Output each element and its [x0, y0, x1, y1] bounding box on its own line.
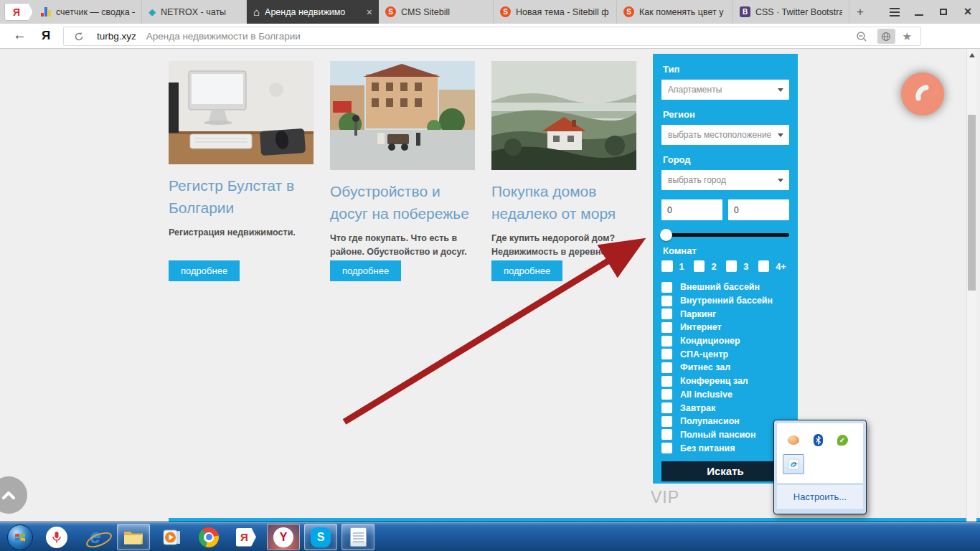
tab-kak-pomenyat[interactable]: S Как поменять цвет у с [617, 0, 733, 24]
taskbar-chrome[interactable] [192, 524, 225, 550]
price-min-input[interactable] [661, 199, 722, 220]
amenity-checkbox[interactable] [661, 429, 672, 440]
hidden-icons-grid: ✓ [777, 423, 863, 483]
details-button[interactable]: подробнее [169, 260, 240, 281]
restore-button[interactable] [931, 0, 956, 24]
search-button[interactable]: Искать [661, 461, 789, 481]
yandex-browser-home-button[interactable]: Я [4, 3, 33, 21]
amenity-checkbox[interactable] [661, 322, 672, 333]
slider-handle[interactable] [660, 229, 672, 241]
taskbar: e Я Y S [0, 522, 980, 551]
taskbar-yandex-browser[interactable]: Y [267, 524, 300, 550]
amenity-checkbox[interactable] [661, 376, 672, 387]
tab-netrox[interactable]: ◆ NETROX - чаты [142, 0, 247, 24]
taskbar-notepad[interactable] [341, 524, 374, 550]
taskbar-skype[interactable]: S [304, 524, 337, 550]
tray-hidden-icon-bird[interactable] [783, 454, 804, 474]
back-button[interactable]: ← [13, 27, 27, 43]
amenity-checkbox[interactable] [661, 309, 672, 319]
start-button[interactable] [4, 524, 37, 550]
customize-link[interactable]: Настроить... [793, 491, 847, 502]
amenity-checkbox[interactable] [661, 362, 672, 373]
city-select[interactable]: выбрать город [661, 170, 789, 190]
taskbar-internet-explorer[interactable]: e [79, 524, 112, 550]
close-button[interactable]: × [956, 0, 980, 24]
tab-cms-sitebill[interactable]: S CMS Sitebill [379, 0, 494, 24]
tray-hidden-icon-1[interactable] [783, 430, 804, 450]
slider-track[interactable] [661, 233, 789, 237]
amenity-label: Кондиционер [680, 336, 740, 346]
zoom-out-icon[interactable] [856, 31, 867, 42]
room-2-label: 2 [711, 261, 716, 272]
tab-close-icon[interactable]: × [364, 6, 372, 18]
details-button[interactable]: подробнее [330, 260, 401, 281]
scrollbar-up-arrow[interactable] [969, 53, 975, 57]
tab-arenda-active[interactable]: ⌂ Аренда недвижимо × [247, 0, 379, 24]
card-obustroystvo: Обустройство и досуг на побережье Что гд… [330, 61, 475, 170]
amenity-checkbox[interactable] [661, 443, 672, 453]
region-select[interactable]: выбрать местоположение [661, 125, 789, 145]
yandex-browser-icon: Y [273, 527, 293, 547]
tab-novaya-tema[interactable]: S Новая тема - Sitebill ф [494, 0, 617, 24]
tab-bootstrap[interactable]: B CSS · Twitter Bootstrap [733, 0, 849, 24]
reload-icon[interactable] [74, 32, 84, 42]
scrollbar-thumb[interactable] [968, 115, 976, 291]
minimize-button[interactable] [907, 0, 931, 24]
card-image-imac-desk [169, 61, 314, 164]
site-mode-button[interactable] [877, 29, 895, 44]
yandex-letter-icon[interactable]: Я [42, 29, 50, 43]
browser-menu-icon[interactable] [882, 0, 907, 24]
amenity-row: Завтрак [661, 401, 789, 415]
amenity-label: Интернет [680, 322, 722, 332]
tray-hidden-icon-bluetooth[interactable] [807, 430, 829, 450]
tab-metrika[interactable]: счетчик — сводка — [34, 0, 142, 24]
tab-label: CMS Sitebill [401, 7, 486, 17]
card-text: Регистрация недвижимости. [169, 226, 321, 240]
amenity-checkbox[interactable] [661, 296, 672, 306]
amenity-row: All inclusive [661, 388, 789, 402]
amenity-label: Фитнес зал [680, 362, 730, 372]
amenity-checkbox[interactable] [661, 282, 672, 293]
taskbar-media-player[interactable] [155, 524, 188, 550]
amenity-checkbox[interactable] [661, 416, 672, 427]
room-3-checkbox[interactable] [726, 260, 738, 272]
amenity-checkbox[interactable] [661, 402, 672, 413]
sitebill-icon: S [500, 6, 511, 17]
tray-hidden-icon-green[interactable]: ✓ [831, 430, 853, 450]
bird-icon [787, 458, 800, 471]
call-button[interactable] [901, 72, 944, 116]
sitebill-icon: S [385, 6, 396, 17]
amenity-row: Без питания [661, 441, 789, 455]
card-text: Что где покупать. Что есть в районе. Обу… [330, 232, 482, 259]
details-button[interactable]: подробнее [491, 260, 562, 281]
sitebill-icon: S [623, 6, 634, 17]
rooms-label: Комнат [663, 245, 789, 256]
bookmark-star-icon[interactable]: ★ [903, 30, 912, 43]
amenity-label: Внутренний бассейн [680, 296, 773, 306]
type-select[interactable]: Апартаменты [661, 80, 789, 100]
card-title: Регистр Булстат в Болгарии [169, 174, 316, 219]
card-registr-bulstat: Регистр Булстат в Болгарии Регистрация н… [169, 61, 314, 164]
amenity-checkbox[interactable] [661, 336, 672, 347]
rooms-row: 1 2 3 4+ [661, 260, 789, 272]
chrome-icon [199, 527, 219, 547]
room-4plus-checkbox[interactable] [758, 260, 770, 272]
diamond-icon: ◆ [149, 6, 156, 17]
price-max-input[interactable] [728, 199, 789, 220]
taskbar-explorer[interactable] [117, 524, 150, 550]
amenity-label: Конференц зал [680, 376, 748, 386]
skype-icon: S [311, 527, 331, 547]
room-2-checkbox[interactable] [694, 260, 705, 272]
taskbar-voice-search[interactable] [40, 524, 73, 550]
new-tab-button[interactable]: + [849, 0, 871, 24]
room-1-checkbox[interactable] [661, 260, 673, 272]
taskbar-yandex-search[interactable]: Я [230, 524, 263, 550]
amenity-label: Без питания [680, 443, 735, 453]
price-range-row [661, 199, 789, 220]
amenity-checkbox[interactable] [661, 349, 672, 359]
green-check-icon: ✓ [837, 435, 848, 446]
browser-scrollbar[interactable] [966, 49, 976, 522]
pill-icon [788, 435, 799, 445]
url-field[interactable]: turbg.xyz Аренда недвижимости в Болгарии… [63, 27, 921, 46]
amenity-checkbox[interactable] [661, 389, 672, 400]
